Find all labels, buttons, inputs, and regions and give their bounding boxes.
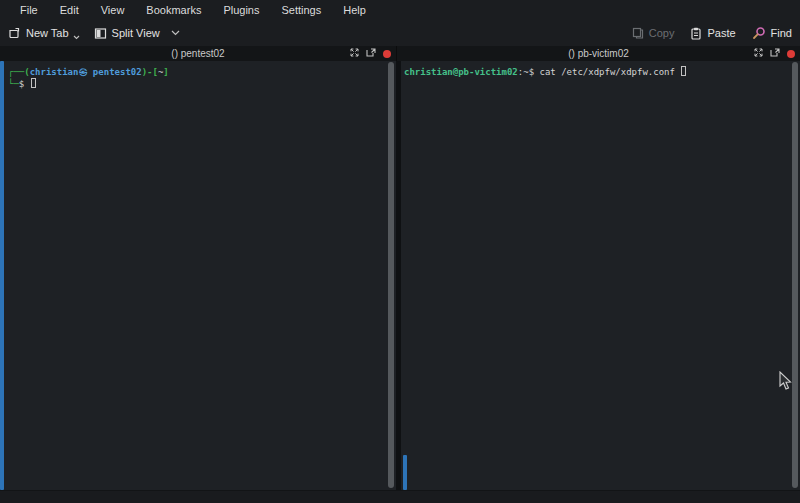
menu-help[interactable]: Help (333, 2, 376, 19)
terminal-output[interactable]: christian@pb-victim02:~$ cat /etc/xdpfw/… (401, 61, 800, 78)
copy-icon (632, 27, 644, 40)
konsole-window: File Edit View Bookmarks Plugins Setting… (0, 0, 800, 503)
pane-header-pentest02[interactable]: () pentest02 (0, 46, 397, 61)
split-view-label: Split View (112, 27, 160, 39)
scroll-highlight-bar (0, 61, 4, 490)
pane-title: () pb-victim02 (568, 48, 629, 59)
new-tab-button[interactable]: New Tab (8, 27, 80, 40)
find-label: Find (771, 27, 792, 39)
find-button[interactable]: Find (752, 26, 792, 40)
menu-bookmarks[interactable]: Bookmarks (136, 2, 211, 19)
detach-view-icon[interactable] (770, 48, 780, 59)
toolbar: New Tab Split View (0, 20, 800, 46)
copy-label: Copy (649, 27, 675, 39)
split-view-chevron-icon[interactable] (171, 30, 180, 36)
paste-icon (690, 27, 702, 40)
menu-settings[interactable]: Settings (271, 2, 331, 19)
close-pane-button[interactable] (787, 50, 795, 58)
pane-headers: () pentest02 () pb-victim02 (0, 46, 800, 61)
maximize-view-icon[interactable] (754, 48, 763, 59)
terminal-pb-victim02[interactable]: christian@pb-victim02:~$ cat /etc/xdpfw/… (401, 61, 800, 490)
paste-button[interactable]: Paste (690, 27, 735, 40)
copy-button[interactable]: Copy (632, 27, 675, 40)
menu-plugins[interactable]: Plugins (213, 2, 269, 19)
maximize-view-icon[interactable] (350, 48, 359, 59)
window-bottom-strip (0, 490, 800, 503)
split-view-icon (94, 27, 107, 40)
menu-file[interactable]: File (10, 2, 48, 19)
new-tab-label: New Tab (26, 27, 69, 39)
menu-bar: File Edit View Bookmarks Plugins Setting… (0, 0, 800, 20)
terminal-output[interactable]: ┌──(christian㉿ pentest02)-[~]└─$ (0, 61, 396, 90)
close-pane-button[interactable] (383, 50, 391, 58)
find-icon (752, 26, 766, 40)
scrollbar[interactable] (792, 62, 798, 488)
split-view-button[interactable]: Split View (94, 27, 180, 40)
pane-header-pb-victim02[interactable]: () pb-victim02 (397, 46, 800, 61)
menu-edit[interactable]: Edit (50, 2, 89, 19)
scrollbar[interactable] (388, 62, 394, 488)
terminal-split-area: ┌──(christian㉿ pentest02)-[~]└─$ christi… (0, 61, 800, 490)
pane-title: () pentest02 (171, 48, 224, 59)
paste-label: Paste (707, 27, 735, 39)
new-tab-icon (8, 27, 21, 40)
detach-view-icon[interactable] (366, 48, 376, 59)
new-tab-dropdown-icon[interactable] (73, 35, 80, 40)
menu-view[interactable]: View (91, 2, 135, 19)
terminal-pentest02[interactable]: ┌──(christian㉿ pentest02)-[~]└─$ (0, 61, 396, 490)
scroll-highlight-bar (403, 455, 407, 490)
